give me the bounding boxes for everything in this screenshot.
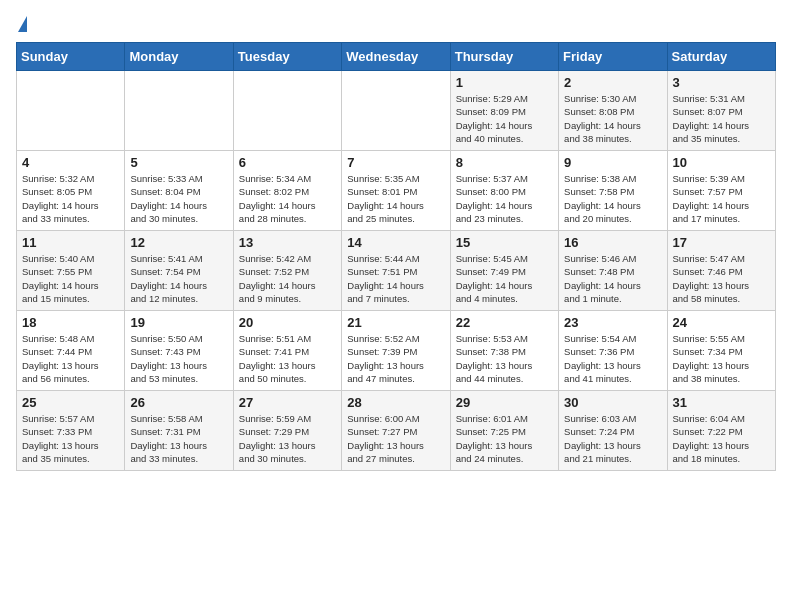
day-info: Sunrise: 5:30 AM Sunset: 8:08 PM Dayligh… — [564, 92, 661, 145]
day-number: 8 — [456, 155, 553, 170]
day-info: Sunrise: 6:01 AM Sunset: 7:25 PM Dayligh… — [456, 412, 553, 465]
calendar-cell: 14Sunrise: 5:44 AM Sunset: 7:51 PM Dayli… — [342, 231, 450, 311]
day-info: Sunrise: 5:52 AM Sunset: 7:39 PM Dayligh… — [347, 332, 444, 385]
page-header — [16, 16, 776, 32]
day-number: 19 — [130, 315, 227, 330]
day-info: Sunrise: 5:54 AM Sunset: 7:36 PM Dayligh… — [564, 332, 661, 385]
calendar-cell: 7Sunrise: 5:35 AM Sunset: 8:01 PM Daylig… — [342, 151, 450, 231]
day-number: 30 — [564, 395, 661, 410]
day-info: Sunrise: 5:39 AM Sunset: 7:57 PM Dayligh… — [673, 172, 770, 225]
day-number: 24 — [673, 315, 770, 330]
day-number: 1 — [456, 75, 553, 90]
day-info: Sunrise: 5:46 AM Sunset: 7:48 PM Dayligh… — [564, 252, 661, 305]
day-info: Sunrise: 5:58 AM Sunset: 7:31 PM Dayligh… — [130, 412, 227, 465]
day-number: 10 — [673, 155, 770, 170]
weekday-header-friday: Friday — [559, 43, 667, 71]
calendar-table: SundayMondayTuesdayWednesdayThursdayFrid… — [16, 42, 776, 471]
day-number: 20 — [239, 315, 336, 330]
calendar-cell: 19Sunrise: 5:50 AM Sunset: 7:43 PM Dayli… — [125, 311, 233, 391]
calendar-cell: 30Sunrise: 6:03 AM Sunset: 7:24 PM Dayli… — [559, 391, 667, 471]
week-row-4: 18Sunrise: 5:48 AM Sunset: 7:44 PM Dayli… — [17, 311, 776, 391]
calendar-cell: 20Sunrise: 5:51 AM Sunset: 7:41 PM Dayli… — [233, 311, 341, 391]
day-info: Sunrise: 5:40 AM Sunset: 7:55 PM Dayligh… — [22, 252, 119, 305]
day-number: 28 — [347, 395, 444, 410]
weekday-header-sunday: Sunday — [17, 43, 125, 71]
day-info: Sunrise: 5:48 AM Sunset: 7:44 PM Dayligh… — [22, 332, 119, 385]
day-info: Sunrise: 5:42 AM Sunset: 7:52 PM Dayligh… — [239, 252, 336, 305]
day-number: 16 — [564, 235, 661, 250]
calendar-cell: 23Sunrise: 5:54 AM Sunset: 7:36 PM Dayli… — [559, 311, 667, 391]
day-number: 3 — [673, 75, 770, 90]
day-number: 15 — [456, 235, 553, 250]
calendar-cell: 26Sunrise: 5:58 AM Sunset: 7:31 PM Dayli… — [125, 391, 233, 471]
day-number: 7 — [347, 155, 444, 170]
week-row-5: 25Sunrise: 5:57 AM Sunset: 7:33 PM Dayli… — [17, 391, 776, 471]
day-info: Sunrise: 5:34 AM Sunset: 8:02 PM Dayligh… — [239, 172, 336, 225]
day-info: Sunrise: 6:00 AM Sunset: 7:27 PM Dayligh… — [347, 412, 444, 465]
day-info: Sunrise: 5:57 AM Sunset: 7:33 PM Dayligh… — [22, 412, 119, 465]
weekday-header-thursday: Thursday — [450, 43, 558, 71]
day-info: Sunrise: 5:53 AM Sunset: 7:38 PM Dayligh… — [456, 332, 553, 385]
calendar-cell: 28Sunrise: 6:00 AM Sunset: 7:27 PM Dayli… — [342, 391, 450, 471]
day-info: Sunrise: 5:41 AM Sunset: 7:54 PM Dayligh… — [130, 252, 227, 305]
day-info: Sunrise: 5:31 AM Sunset: 8:07 PM Dayligh… — [673, 92, 770, 145]
calendar-cell: 16Sunrise: 5:46 AM Sunset: 7:48 PM Dayli… — [559, 231, 667, 311]
weekday-header-wednesday: Wednesday — [342, 43, 450, 71]
calendar-cell: 5Sunrise: 5:33 AM Sunset: 8:04 PM Daylig… — [125, 151, 233, 231]
week-row-3: 11Sunrise: 5:40 AM Sunset: 7:55 PM Dayli… — [17, 231, 776, 311]
day-number: 11 — [22, 235, 119, 250]
calendar-cell: 17Sunrise: 5:47 AM Sunset: 7:46 PM Dayli… — [667, 231, 775, 311]
calendar-cell: 9Sunrise: 5:38 AM Sunset: 7:58 PM Daylig… — [559, 151, 667, 231]
day-number: 18 — [22, 315, 119, 330]
day-number: 2 — [564, 75, 661, 90]
day-info: Sunrise: 5:45 AM Sunset: 7:49 PM Dayligh… — [456, 252, 553, 305]
calendar-cell: 24Sunrise: 5:55 AM Sunset: 7:34 PM Dayli… — [667, 311, 775, 391]
logo — [16, 16, 27, 32]
day-info: Sunrise: 5:35 AM Sunset: 8:01 PM Dayligh… — [347, 172, 444, 225]
day-info: Sunrise: 5:37 AM Sunset: 8:00 PM Dayligh… — [456, 172, 553, 225]
day-number: 26 — [130, 395, 227, 410]
day-info: Sunrise: 6:04 AM Sunset: 7:22 PM Dayligh… — [673, 412, 770, 465]
weekday-header-saturday: Saturday — [667, 43, 775, 71]
day-number: 9 — [564, 155, 661, 170]
day-number: 31 — [673, 395, 770, 410]
day-number: 13 — [239, 235, 336, 250]
day-info: Sunrise: 5:59 AM Sunset: 7:29 PM Dayligh… — [239, 412, 336, 465]
day-info: Sunrise: 5:33 AM Sunset: 8:04 PM Dayligh… — [130, 172, 227, 225]
day-info: Sunrise: 5:50 AM Sunset: 7:43 PM Dayligh… — [130, 332, 227, 385]
day-number: 27 — [239, 395, 336, 410]
calendar-cell: 8Sunrise: 5:37 AM Sunset: 8:00 PM Daylig… — [450, 151, 558, 231]
day-info: Sunrise: 5:51 AM Sunset: 7:41 PM Dayligh… — [239, 332, 336, 385]
weekday-header-row: SundayMondayTuesdayWednesdayThursdayFrid… — [17, 43, 776, 71]
calendar-cell: 13Sunrise: 5:42 AM Sunset: 7:52 PM Dayli… — [233, 231, 341, 311]
calendar-cell: 21Sunrise: 5:52 AM Sunset: 7:39 PM Dayli… — [342, 311, 450, 391]
calendar-cell: 10Sunrise: 5:39 AM Sunset: 7:57 PM Dayli… — [667, 151, 775, 231]
day-number: 12 — [130, 235, 227, 250]
day-number: 25 — [22, 395, 119, 410]
weekday-header-tuesday: Tuesday — [233, 43, 341, 71]
day-info: Sunrise: 5:44 AM Sunset: 7:51 PM Dayligh… — [347, 252, 444, 305]
day-number: 17 — [673, 235, 770, 250]
day-number: 6 — [239, 155, 336, 170]
day-info: Sunrise: 5:38 AM Sunset: 7:58 PM Dayligh… — [564, 172, 661, 225]
calendar-cell — [233, 71, 341, 151]
day-number: 22 — [456, 315, 553, 330]
calendar-cell: 4Sunrise: 5:32 AM Sunset: 8:05 PM Daylig… — [17, 151, 125, 231]
day-number: 14 — [347, 235, 444, 250]
calendar-cell — [125, 71, 233, 151]
calendar-cell: 3Sunrise: 5:31 AM Sunset: 8:07 PM Daylig… — [667, 71, 775, 151]
calendar-cell: 29Sunrise: 6:01 AM Sunset: 7:25 PM Dayli… — [450, 391, 558, 471]
calendar-cell: 27Sunrise: 5:59 AM Sunset: 7:29 PM Dayli… — [233, 391, 341, 471]
day-info: Sunrise: 6:03 AM Sunset: 7:24 PM Dayligh… — [564, 412, 661, 465]
day-number: 21 — [347, 315, 444, 330]
calendar-cell: 25Sunrise: 5:57 AM Sunset: 7:33 PM Dayli… — [17, 391, 125, 471]
calendar-cell: 1Sunrise: 5:29 AM Sunset: 8:09 PM Daylig… — [450, 71, 558, 151]
calendar-cell: 18Sunrise: 5:48 AM Sunset: 7:44 PM Dayli… — [17, 311, 125, 391]
calendar-cell — [342, 71, 450, 151]
calendar-cell: 15Sunrise: 5:45 AM Sunset: 7:49 PM Dayli… — [450, 231, 558, 311]
day-number: 29 — [456, 395, 553, 410]
week-row-1: 1Sunrise: 5:29 AM Sunset: 8:09 PM Daylig… — [17, 71, 776, 151]
calendar-cell: 11Sunrise: 5:40 AM Sunset: 7:55 PM Dayli… — [17, 231, 125, 311]
calendar-cell: 6Sunrise: 5:34 AM Sunset: 8:02 PM Daylig… — [233, 151, 341, 231]
day-info: Sunrise: 5:47 AM Sunset: 7:46 PM Dayligh… — [673, 252, 770, 305]
